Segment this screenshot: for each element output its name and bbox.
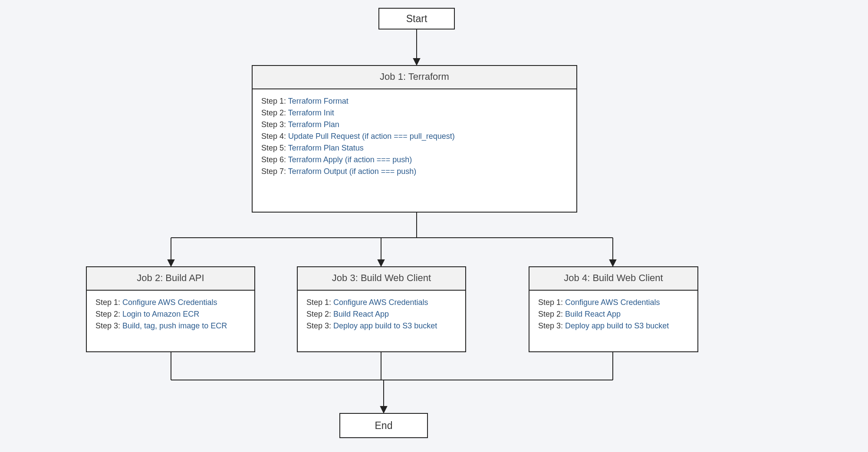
- job2-title: Job 2: Build API: [87, 267, 254, 291]
- job2-step-name: Login to Amazon ECR: [122, 310, 199, 318]
- job4-step-label: Step 3:: [538, 321, 565, 330]
- job3-step-label: Step 3:: [306, 321, 333, 330]
- job2-step: Step 1: Configure AWS Credentials: [95, 297, 246, 308]
- job1-step-name: Update Pull Request: [288, 132, 360, 141]
- job3-step: Step 3: Deploy app build to S3 bucket: [306, 320, 457, 332]
- job2-step-label: Step 1:: [95, 298, 122, 307]
- job1-node: Job 1: Terraform Step 1: Terraform Forma…: [252, 65, 577, 213]
- job1-step: Step 3: Terraform Plan: [261, 119, 568, 131]
- job1-step-cond: (if action === push): [347, 167, 417, 176]
- job1-step-name: Terraform Apply: [288, 155, 343, 164]
- job4-title: Job 4: Build Web Client: [529, 267, 697, 291]
- diagram-stage: Start Job 1: Terraform Step 1: Terraform…: [0, 0, 868, 452]
- job1-step-cond: (if action === push): [343, 155, 412, 164]
- job1-step-label: Step 3:: [261, 120, 288, 129]
- job4-node: Job 4: Build Web Client Step 1: Configur…: [529, 266, 698, 352]
- job4-steps: Step 1: Configure AWS CredentialsStep 2:…: [529, 291, 697, 339]
- start-node: Start: [378, 8, 455, 29]
- job3-title: Job 3: Build Web Client: [298, 267, 465, 291]
- job1-step-name: Terraform Output: [288, 167, 347, 176]
- job3-step-name: Configure AWS Credentials: [333, 298, 428, 307]
- job1-step-label: Step 1:: [261, 97, 288, 105]
- job1-step-label: Step 7:: [261, 167, 288, 176]
- job3-step-label: Step 1:: [306, 298, 333, 307]
- job3-step: Step 1: Configure AWS Credentials: [306, 297, 457, 308]
- job2-step-label: Step 2:: [95, 310, 122, 318]
- job2-step: Step 3: Build, tag, push image to ECR: [95, 320, 246, 332]
- job2-node: Job 2: Build API Step 1: Configure AWS C…: [86, 266, 255, 352]
- job2-steps: Step 1: Configure AWS CredentialsStep 2:…: [87, 291, 254, 339]
- end-node: End: [339, 413, 428, 438]
- job4-step: Step 1: Configure AWS Credentials: [538, 297, 689, 308]
- job4-step-label: Step 1:: [538, 298, 565, 307]
- start-label: Start: [406, 13, 427, 25]
- job4-step: Step 2: Build React App: [538, 308, 689, 320]
- job1-step: Step 2: Terraform Init: [261, 107, 568, 119]
- job1-step-cond: (if action === pull_request): [360, 132, 455, 141]
- job1-step-label: Step 2:: [261, 108, 288, 117]
- job1-step-label: Step 6:: [261, 155, 288, 164]
- job1-step-name: Terraform Init: [288, 108, 334, 117]
- job3-step-name: Deploy app build to S3 bucket: [333, 321, 437, 330]
- job1-step-name: Terraform Plan Status: [288, 144, 364, 152]
- job1-step-name: Terraform Plan: [288, 120, 339, 129]
- job4-step-label: Step 2:: [538, 310, 565, 318]
- job2-step-label: Step 3:: [95, 321, 122, 330]
- job1-step: Step 6: Terraform Apply (if action === p…: [261, 154, 568, 166]
- job4-step-name: Build React App: [565, 310, 621, 318]
- job2-step-name: Build, tag, push image to ECR: [122, 321, 227, 330]
- job1-step-name: Terraform Format: [288, 97, 349, 105]
- job1-step: Step 4: Update Pull Request (if action =…: [261, 131, 568, 142]
- job3-step-label: Step 2:: [306, 310, 333, 318]
- job4-step-name: Configure AWS Credentials: [565, 298, 660, 307]
- job1-step-label: Step 4:: [261, 132, 288, 141]
- job3-step: Step 2: Build React App: [306, 308, 457, 320]
- job1-step: Step 5: Terraform Plan Status: [261, 142, 568, 154]
- job1-step: Step 7: Terraform Output (if action === …: [261, 166, 568, 177]
- job3-node: Job 3: Build Web Client Step 1: Configur…: [297, 266, 466, 352]
- job4-step: Step 3: Deploy app build to S3 bucket: [538, 320, 689, 332]
- job3-step-name: Build React App: [333, 310, 389, 318]
- job1-steps: Step 1: Terraform FormatStep 2: Terrafor…: [253, 89, 576, 184]
- job1-step-label: Step 5:: [261, 144, 288, 152]
- job2-step-name: Configure AWS Credentials: [122, 298, 217, 307]
- end-label: End: [375, 420, 393, 432]
- job3-steps: Step 1: Configure AWS CredentialsStep 2:…: [298, 291, 465, 339]
- job1-step: Step 1: Terraform Format: [261, 95, 568, 107]
- job2-step: Step 2: Login to Amazon ECR: [95, 308, 246, 320]
- job4-step-name: Deploy app build to S3 bucket: [565, 321, 669, 330]
- job1-title: Job 1: Terraform: [253, 66, 576, 89]
